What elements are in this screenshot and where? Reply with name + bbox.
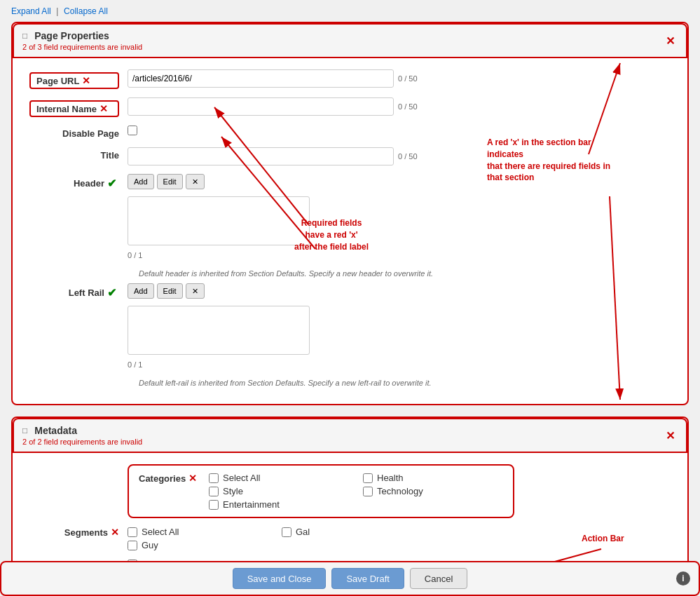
internal-name-label: Internal Name xyxy=(36,104,97,114)
category-technology-checkbox[interactable] xyxy=(363,487,373,496)
category-style-checkbox[interactable] xyxy=(209,487,219,496)
category-technology: Technology xyxy=(363,486,503,496)
categories-grid: Select All Health Style xyxy=(209,473,503,510)
title-input[interactable] xyxy=(128,147,394,165)
header-textarea[interactable] xyxy=(128,196,310,245)
title-char-count: 0 / 50 xyxy=(398,152,418,161)
page-properties-body: Page URL ✕ 0 / 50 Internal Name ✕ xyxy=(13,58,687,404)
internal-name-input[interactable] xyxy=(128,97,394,116)
metadata-title-block: □ Metadata 2 of 2 field requirements are… xyxy=(22,425,142,446)
left-rail-check-icon: ✔ xyxy=(107,286,116,299)
segments-error-icon: ✕ xyxy=(111,527,119,538)
segments-grid: Select All Gal Guy xyxy=(128,527,422,550)
page-properties-header: □ Page Properties 2 of 3 field requireme… xyxy=(13,23,687,58)
page-url-label-wrapper: Page URL ✕ xyxy=(29,69,128,89)
collapse-icon: □ xyxy=(22,31,27,41)
disable-page-control xyxy=(128,126,671,135)
header-count: 0 / 1 xyxy=(128,251,142,259)
page-url-char-count: 0 / 50 xyxy=(398,74,418,83)
category-style: Style xyxy=(209,486,349,496)
segment-guy: Guy xyxy=(128,540,268,550)
metadata-header: □ Metadata 2 of 2 field requirements are… xyxy=(13,418,687,453)
segments-label-wrapper: Segments ✕ xyxy=(64,527,119,538)
metadata-title: □ Metadata xyxy=(22,425,142,436)
segment-gal-checkbox[interactable] xyxy=(282,527,291,537)
header-edit-button[interactable]: Edit xyxy=(157,174,183,189)
categories-box: Categories ✕ Select All Health xyxy=(128,464,514,518)
segment-gal: Gal xyxy=(282,527,422,537)
page-properties-title-block: □ Page Properties 2 of 3 field requireme… xyxy=(22,30,142,51)
segment-guy-checkbox[interactable] xyxy=(128,541,137,550)
left-rail-edit-button[interactable]: Edit xyxy=(157,283,183,299)
action-bar: Save and Close Save Draft Cancel i xyxy=(0,561,700,596)
info-icon: i xyxy=(676,571,690,585)
left-rail-add-button[interactable]: Add xyxy=(128,283,154,299)
left-rail-label: Left Rail ✔ xyxy=(29,283,128,299)
page-url-error-icon: ✕ xyxy=(82,75,90,86)
categories-error-icon: ✕ xyxy=(188,473,197,484)
segment-select-all: Select All xyxy=(128,527,268,537)
category-health-checkbox[interactable] xyxy=(363,473,373,483)
header-remove-button[interactable]: ✕ xyxy=(186,174,205,189)
metadata-close-button[interactable]: ✕ xyxy=(663,429,678,442)
top-bar: Expand All | Collapse All xyxy=(0,0,700,22)
segments-label-area: Segments ✕ xyxy=(29,527,128,538)
page-properties-subtitle: 2 of 3 field requirements are invalid xyxy=(22,43,142,51)
page-properties-title: □ Page Properties xyxy=(22,30,142,41)
categories-label: Categories ✕ xyxy=(139,473,202,484)
left-rail-row: Left Rail ✔ Add Edit ✕ 0 / 1 xyxy=(13,283,687,369)
internal-name-row: Internal Name ✕ 0 / 50 xyxy=(13,97,687,117)
disable-page-row: Disable Page xyxy=(13,126,687,139)
title-label: Title xyxy=(29,147,128,161)
categories-row: Categories ✕ Select All Health xyxy=(13,464,687,518)
category-health: Health xyxy=(363,473,503,483)
page-properties-panel: □ Page Properties 2 of 3 field requireme… xyxy=(11,22,689,405)
header-row: Header ✔ Add Edit ✕ 0 / 1 xyxy=(13,174,687,259)
separator: | xyxy=(56,6,58,16)
disable-page-checkbox[interactable] xyxy=(128,126,137,135)
header-add-button[interactable]: Add xyxy=(128,174,154,189)
internal-name-char-count: 0 / 50 xyxy=(398,102,418,111)
page-url-control: 0 / 50 xyxy=(128,69,671,88)
left-rail-note: Default left-rail is inherited from Sect… xyxy=(13,377,687,393)
cancel-button[interactable]: Cancel xyxy=(410,568,467,589)
left-rail-remove-button[interactable]: ✕ xyxy=(186,283,205,299)
left-rail-textarea[interactable] xyxy=(128,306,310,355)
category-entertainment: Entertainment xyxy=(209,499,349,510)
save-draft-button[interactable]: Save Draft xyxy=(331,568,404,589)
left-rail-count: 0 / 1 xyxy=(128,360,142,369)
page-url-input[interactable] xyxy=(128,69,394,88)
header-buttons: Add Edit ✕ xyxy=(128,174,205,189)
page-url-label: Page URL xyxy=(36,76,79,86)
header-check-icon: ✔ xyxy=(107,177,116,190)
header-control: Add Edit ✕ 0 / 1 xyxy=(128,174,671,259)
page-url-label-error: Page URL ✕ xyxy=(29,72,119,89)
page-url-row: Page URL ✕ 0 / 50 xyxy=(13,69,687,89)
title-row: Title 0 / 50 xyxy=(13,147,687,165)
metadata-collapse-icon: □ xyxy=(22,426,27,435)
internal-name-label-error: Internal Name ✕ xyxy=(29,100,119,117)
category-entertainment-checkbox[interactable] xyxy=(209,500,219,510)
disable-page-label: Disable Page xyxy=(29,126,128,139)
category-select-all-checkbox[interactable] xyxy=(209,473,219,483)
expand-all-link[interactable]: Expand All xyxy=(11,6,51,16)
segment-select-all-checkbox[interactable] xyxy=(128,527,137,537)
segments-row: Segments ✕ Select All Gal xyxy=(13,527,687,550)
left-rail-control: Add Edit ✕ 0 / 1 xyxy=(128,283,671,369)
internal-name-control: 0 / 50 xyxy=(128,97,671,116)
left-rail-buttons: Add Edit ✕ xyxy=(128,283,205,299)
collapse-all-link[interactable]: Collapse All xyxy=(64,6,108,16)
save-and-close-button[interactable]: Save and Close xyxy=(233,568,327,589)
internal-name-error-icon: ✕ xyxy=(99,103,108,114)
header-note: Default header is inherited from Section… xyxy=(13,268,687,283)
internal-name-label-wrapper: Internal Name ✕ xyxy=(29,97,128,117)
category-select-all: Select All xyxy=(209,473,349,483)
title-control: 0 / 50 xyxy=(128,147,671,165)
metadata-subtitle: 2 of 2 field requirements are invalid xyxy=(22,438,142,446)
page-properties-close-button[interactable]: ✕ xyxy=(663,34,678,48)
header-label: Header ✔ xyxy=(29,174,128,190)
